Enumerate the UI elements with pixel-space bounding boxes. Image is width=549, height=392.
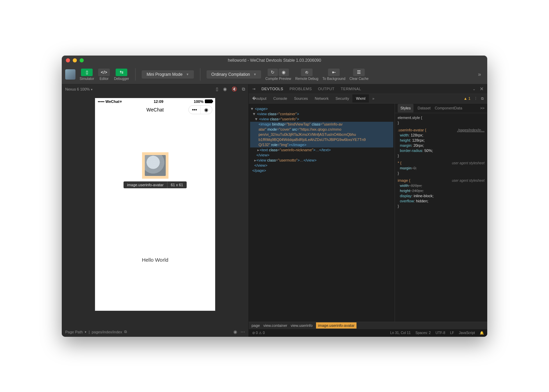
background-label: To Background (323, 77, 346, 81)
compile-button[interactable]: ↻ (268, 69, 278, 76)
compilation-label: Ordinary Compilation (211, 72, 250, 77)
tab-componentdata[interactable]: ComponentData (435, 106, 462, 111)
tab-sources[interactable]: Sources (294, 96, 308, 100)
tab-wxml[interactable]: Wxml (352, 94, 369, 103)
background-button[interactable]: ⇤ To Background (323, 69, 346, 81)
page-path-label: Page Path (65, 330, 83, 334)
tab-console[interactable]: Console (273, 96, 287, 100)
statusbar: ⊘ 0 ⚠ 0 Ln 31, Col 11 Spaces: 2 UTF-8 LF… (249, 329, 487, 337)
error-count[interactable]: ⊘ 0 ⚠ 0 (252, 331, 265, 335)
debugger-toggle[interactable]: ⇆ Debugger (114, 69, 129, 81)
tab-dataset[interactable]: Dataset (418, 106, 431, 111)
clear-cache-label: Clear Cache (349, 77, 369, 81)
cursor-position[interactable]: Ln 31, Col 11 (390, 331, 411, 335)
tab-terminal[interactable]: TERMINAL (341, 87, 361, 91)
battery-icon (205, 99, 212, 103)
phone-navbar: WeChat ••• ◉ (95, 105, 215, 115)
background-icon: ⇤ (328, 69, 340, 76)
kebab-icon[interactable]: ⋮ (474, 96, 478, 101)
encoding[interactable]: UTF-8 (435, 331, 445, 335)
more-icon[interactable]: ⋯ (241, 329, 245, 334)
copy-icon[interactable]: ⧉ (242, 86, 245, 92)
code-icon: </> (98, 69, 110, 76)
target-icon[interactable]: ◉ (201, 106, 212, 114)
capsule-buttons[interactable]: ••• ◉ (188, 105, 212, 114)
window-title: helloworld - WeChat Devtools Stable 1.03… (62, 58, 487, 63)
tab-security[interactable]: Security (336, 96, 349, 100)
remote-debug-button[interactable]: ⎋ Remote Debug (295, 69, 318, 81)
tab-styles[interactable]: Styles (398, 104, 413, 112)
remote-icon: ⎋ (301, 69, 313, 76)
bell-icon[interactable]: 🔔 (480, 331, 484, 335)
layers-icon: ☰ (353, 69, 365, 76)
phone-icon: ▯ (81, 69, 93, 76)
tab-output[interactable]: OUTPUT (318, 87, 335, 91)
wxml-tree[interactable]: ▼ <page> ▼ <view class="container"> ▼ <v… (249, 104, 395, 322)
tooltip-selector: image.userinfo-avatar (124, 181, 167, 188)
warning-badge[interactable]: ▲ 1 (464, 96, 470, 100)
simulator-toggle[interactable]: ▯ Simulator (80, 69, 94, 81)
program-mode-dropdown[interactable]: Mini Program Mode▼ (142, 70, 194, 79)
element-breadcrumb: page view.container view.userinfo image.… (249, 322, 487, 329)
copy-icon[interactable]: ⧉ (124, 330, 127, 334)
clock-label: 12:09 (123, 99, 194, 104)
remote-debug-label: Remote Debug (295, 77, 318, 81)
chevron-down-icon[interactable]: ⌄ (472, 87, 476, 91)
separator (200, 68, 200, 81)
mode-label: Mini Program Mode (147, 72, 183, 77)
avatar-highlight (142, 152, 168, 179)
copy-icon[interactable]: ⧉ (481, 96, 484, 101)
inspect-icon[interactable]: �output (252, 96, 267, 101)
tab-devtools[interactable]: DEVTOOLS (261, 87, 283, 91)
preview-button[interactable]: ◉ (279, 69, 289, 76)
rotate-icon[interactable]: ▯ (216, 86, 218, 92)
editor-label: Editor (100, 77, 108, 81)
overflow-icon[interactable]: » (372, 96, 374, 100)
nav-title: WeChat (147, 107, 164, 112)
indent-setting[interactable]: Spaces: 2 (416, 331, 431, 335)
element-tooltip: image.userinfo-avatar 61 x 61 (124, 181, 186, 188)
css-rules[interactable]: element.style {} .userinfo-avatar {./pag… (395, 113, 487, 322)
crumb-container[interactable]: view.container (263, 323, 287, 328)
tab-network[interactable]: Network (315, 96, 328, 100)
bug-icon: ⇆ (116, 69, 127, 76)
close-icon[interactable]: ✕ (480, 86, 484, 92)
motto-text: Hello World (142, 257, 168, 263)
app-window: helloworld - WeChat Devtools Stable 1.03… (62, 56, 487, 337)
chevron-down-icon: ▼ (186, 73, 189, 76)
dock-icon[interactable]: ⇥ (252, 87, 255, 91)
record-icon[interactable]: ◉ (223, 86, 227, 92)
styles-panel: Styles Dataset ComponentData >> element.… (395, 104, 487, 322)
eye-icon[interactable]: ◉ (233, 329, 237, 334)
debugger-label: Debugger (114, 77, 129, 81)
compilation-dropdown[interactable]: Ordinary Compilation▼ (207, 70, 261, 79)
phone-simulator[interactable]: ••••• WeChatᯤ 12:09 100% WeChat ••• ◉ (95, 98, 215, 311)
tab-problems[interactable]: PROBLEMS (290, 87, 312, 91)
battery-label: 100% (194, 99, 203, 104)
user-avatar[interactable] (65, 69, 75, 80)
separator (135, 68, 136, 81)
carrier-label: ••••• WeChat (98, 99, 119, 104)
devtools-panel: ⇥ DEVTOOLS PROBLEMS OUTPUT TERMINAL ⌄ ✕ … (249, 84, 487, 337)
titlebar: helloworld - WeChat Devtools Stable 1.03… (62, 56, 487, 65)
mute-icon[interactable]: 🔇 (232, 86, 237, 92)
more-icon[interactable]: ••• (189, 106, 201, 114)
crumb-avatar[interactable]: image.userinfo-avatar (316, 322, 357, 329)
crumb-userinfo[interactable]: view.userinfo (291, 323, 313, 328)
compile-preview-label: Compile Preview (265, 77, 291, 81)
toolbar-overflow[interactable]: » (475, 71, 484, 78)
phone-statusbar: ••••• WeChatᯤ 12:09 100% (95, 98, 215, 105)
main-toolbar: ▯ Simulator </> Editor ⇆ Debugger Mini P… (62, 65, 487, 84)
device-selector[interactable]: Nexus 6 100% ▾ (65, 87, 93, 91)
simulator-panel: Nexus 6 100% ▾ ▯ ◉ 🔇 ⧉ ••••• WeChatᯤ 12:… (62, 84, 249, 337)
editor-toggle[interactable]: </> Editor (98, 69, 110, 81)
wifi-icon: ᯤ (119, 99, 123, 104)
overflow-icon[interactable]: >> (480, 106, 484, 111)
page-path-value: pages/index/index (92, 330, 122, 334)
userinfo-avatar[interactable] (145, 155, 166, 176)
clear-cache-button[interactable]: ☰ Clear Cache (349, 69, 369, 81)
eol[interactable]: LF (450, 331, 454, 335)
crumb-page[interactable]: page (252, 323, 260, 328)
tooltip-dimensions: 61 x 61 (167, 181, 187, 188)
language-mode[interactable]: JavaScript (459, 331, 475, 335)
